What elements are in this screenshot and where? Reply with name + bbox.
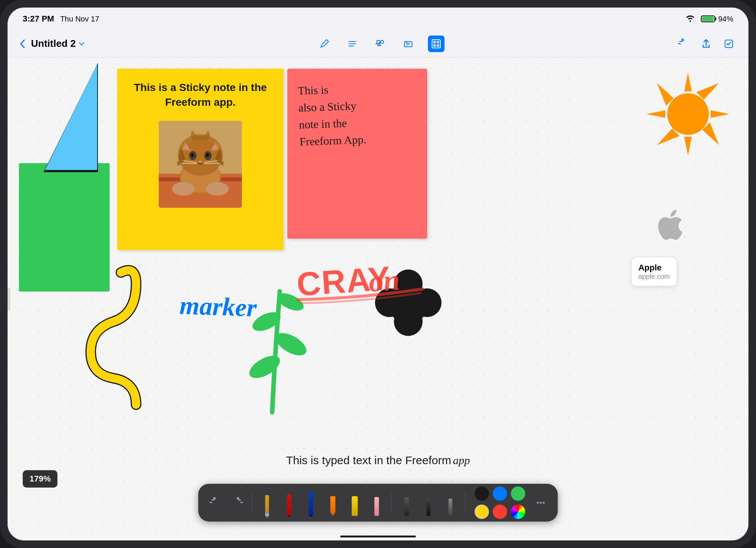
apple-card-url: apple.com <box>638 273 670 281</box>
status-right: 94% <box>685 14 733 24</box>
svg-point-38 <box>206 182 229 196</box>
svg-rect-11 <box>433 41 436 43</box>
color-spectrum[interactable] <box>511 505 525 519</box>
canvas-area[interactable]: This is a Sticky note in the Freeform ap… <box>8 57 748 540</box>
svg-rect-1 <box>715 17 716 20</box>
status-time: 3:27 PM <box>23 14 54 24</box>
toolbar-pen-pink[interactable] <box>367 489 386 516</box>
green-rectangle[interactable] <box>19 163 110 292</box>
nav-left: Untitled 2 <box>19 38 85 50</box>
typed-text-container: This is typed text in the Freeform app <box>8 454 748 467</box>
device-frame: 3:27 PM Thu Nov 17 94% <box>0 0 756 548</box>
svg-point-48 <box>246 351 284 383</box>
svg-point-7 <box>381 40 384 43</box>
wifi-icon <box>685 14 696 24</box>
toolbar-divider-3 <box>465 491 466 514</box>
svg-rect-2 <box>702 17 714 21</box>
nav-dots: ●●● <box>375 42 381 45</box>
toolbar-redo[interactable] <box>228 493 247 512</box>
toolbar-undo[interactable] <box>206 493 225 512</box>
color-green[interactable] <box>511 486 525 501</box>
svg-line-32 <box>204 163 221 164</box>
apple-logo <box>654 208 684 249</box>
svg-marker-42 <box>646 110 665 118</box>
back-button[interactable] <box>19 38 27 50</box>
svg-marker-41 <box>684 137 692 156</box>
nav-media-tool[interactable] <box>428 36 445 52</box>
svg-point-49 <box>272 329 310 360</box>
svg-rect-13 <box>433 44 436 47</box>
undo-button[interactable] <box>675 36 692 52</box>
document-title[interactable]: Untitled 2 <box>31 38 85 49</box>
toolbar-divider-1 <box>252 491 253 514</box>
battery-percent: 94% <box>718 15 733 23</box>
svg-point-65 <box>537 502 539 504</box>
color-yellow[interactable] <box>475 505 489 519</box>
edit-button[interactable] <box>720 36 737 52</box>
svg-text:A: A <box>406 41 407 43</box>
color-palette <box>475 486 525 519</box>
toolbar-highlighter-yellow[interactable] <box>345 489 364 516</box>
share-button[interactable] <box>698 36 714 52</box>
toolbar-more-button[interactable] <box>531 493 550 512</box>
svg-point-66 <box>540 502 542 504</box>
status-bar: 3:27 PM Thu Nov 17 94% <box>8 8 748 30</box>
svg-rect-14 <box>437 44 439 47</box>
toolbar-pen-gray[interactable] <box>441 489 460 516</box>
svg-marker-39 <box>684 73 692 91</box>
toolbar-pen-blue[interactable] <box>302 489 321 516</box>
sticky-yellow-text: This is a Sticky note in the Freeform ap… <box>129 80 272 110</box>
marker-text: marker <box>177 286 314 330</box>
apple-card-title: Apple <box>638 263 670 273</box>
toolbar-pen-dark1[interactable] <box>397 489 416 516</box>
svg-text:marker: marker <box>179 291 257 322</box>
svg-marker-40 <box>711 110 730 118</box>
side-handle <box>8 288 11 310</box>
svg-point-26 <box>191 153 194 157</box>
canvas-content: This is a Sticky note in the Freeform ap… <box>8 57 748 540</box>
svg-point-67 <box>543 502 545 504</box>
sticky-note-yellow[interactable]: This is a Sticky note in the Freeform ap… <box>117 69 284 250</box>
blue-triangle[interactable] <box>45 64 97 170</box>
toolbar-pen-orange[interactable] <box>324 489 342 516</box>
cat-photo[interactable] <box>159 121 242 208</box>
svg-point-27 <box>206 153 209 157</box>
battery-icon: 94% <box>701 15 733 23</box>
svg-rect-12 <box>437 41 439 43</box>
sticky-note-red[interactable]: This isalso a Stickynote in theFreeform … <box>287 69 427 239</box>
color-red[interactable] <box>493 505 507 519</box>
status-date: Thu Nov 17 <box>60 15 99 23</box>
nav-text-box-tool[interactable]: A <box>400 36 417 52</box>
nav-text-tool[interactable] <box>344 36 361 52</box>
nav-pen-tool[interactable] <box>316 36 333 52</box>
nav-bar: Untitled 2 ●●● <box>8 30 748 57</box>
nav-right-actions <box>675 36 737 52</box>
sticky-red-text: This isalso a Stickynote in theFreeform … <box>297 78 417 150</box>
svg-line-30 <box>180 163 197 164</box>
screen: 3:27 PM Thu Nov 17 94% <box>8 8 748 540</box>
apple-link-card[interactable]: Apple apple.com <box>632 258 677 286</box>
color-blue[interactable] <box>493 486 507 501</box>
typed-text-italic: app <box>453 454 470 466</box>
svg-point-37 <box>172 182 195 196</box>
svg-point-23 <box>180 135 221 173</box>
toolbar-pen-red[interactable] <box>280 489 299 516</box>
svg-point-60 <box>394 307 423 336</box>
sun-shape[interactable] <box>646 73 730 156</box>
toolbar-pencil[interactable] <box>258 489 277 516</box>
color-black[interactable] <box>475 486 489 501</box>
toolbar-pen-dark2[interactable] <box>419 489 438 516</box>
typed-text: This is typed text in the Freeform <box>286 454 451 466</box>
zoom-indicator: 179% <box>23 470 57 488</box>
toolbar-divider-2 <box>392 491 392 514</box>
svg-rect-3 <box>349 41 356 42</box>
svg-point-28 <box>198 161 202 163</box>
chevron-down-icon <box>78 40 85 48</box>
drawing-toolbar <box>198 484 558 522</box>
home-indicator <box>340 536 416 537</box>
svg-rect-5 <box>349 46 354 46</box>
svg-rect-4 <box>349 43 356 44</box>
svg-point-47 <box>667 93 709 135</box>
